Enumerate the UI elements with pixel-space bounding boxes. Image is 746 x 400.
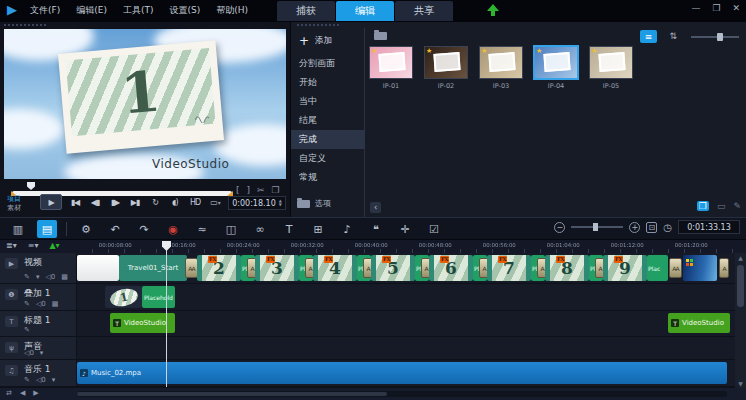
menu-item-4[interactable]: 帮助(H) bbox=[216, 4, 248, 17]
clip-title-1[interactable]: TVideoStudio bbox=[668, 313, 730, 333]
hd-preview-button[interactable]: HD bbox=[188, 194, 202, 210]
clip-number-9[interactable]: 9FX bbox=[603, 255, 647, 281]
panel-drag-handle[interactable] bbox=[4, 24, 46, 26]
swap-tracks-icon[interactable]: ⇄ bbox=[6, 389, 12, 397]
chevron-icon[interactable]: ▾ bbox=[52, 376, 56, 384]
track-volume-control[interactable]: ◁0 bbox=[45, 273, 55, 281]
library-item-IP-02[interactable]: ★IP-02 bbox=[424, 46, 468, 90]
painting-creator-button[interactable]: ◫ bbox=[221, 220, 241, 238]
library-item-IP-01[interactable]: ★IP-01 bbox=[369, 46, 413, 90]
timecode-spinner[interactable]: ▲▼ bbox=[279, 199, 282, 207]
chevron-icon[interactable]: ▾ bbox=[40, 349, 44, 357]
library-view-icon[interactable]: ❐ bbox=[697, 201, 709, 211]
track-volume-control[interactable]: ◁0 bbox=[36, 300, 46, 308]
record-capture-button[interactable]: ◉ bbox=[163, 220, 183, 238]
clip-travel01-start[interactable]: Travel01_Start bbox=[119, 255, 187, 281]
clip-number-4[interactable]: 4FX bbox=[313, 255, 357, 281]
category-item-0[interactable]: 分割画面 bbox=[291, 54, 365, 73]
clip-number-8[interactable]: 8FX bbox=[545, 255, 589, 281]
library-item-IP-03[interactable]: ★IP-03 bbox=[479, 46, 523, 90]
subtitle-editor-button[interactable]: T bbox=[279, 220, 299, 238]
tab-1[interactable]: 编辑 bbox=[336, 1, 394, 21]
auto-music-button[interactable]: ♪ bbox=[337, 220, 357, 238]
clip-number-6[interactable]: 6FX bbox=[429, 255, 473, 281]
sound-mixer-button[interactable]: ≈ bbox=[192, 220, 212, 238]
enlarge-button[interactable]: ❐ bbox=[272, 185, 280, 195]
zoom-out-icon[interactable]: − bbox=[554, 222, 565, 233]
track-lane-4[interactable]: ♪Music_02.mpa bbox=[77, 360, 735, 386]
category-item-4[interactable]: 完成 bbox=[291, 130, 365, 149]
play-button[interactable]: ▶ bbox=[40, 194, 62, 210]
tab-2[interactable]: 共享 bbox=[395, 1, 453, 21]
clip-placeholder-wide[interactable]: Plac bbox=[647, 255, 668, 281]
thumbnail-view-button[interactable]: ≡ bbox=[640, 30, 657, 43]
scrollbar-thumb[interactable] bbox=[77, 392, 387, 396]
scroll-down-icon[interactable]: ▼ bbox=[735, 380, 746, 387]
tab-0[interactable]: 捕获 bbox=[277, 1, 335, 21]
track-layout-icon[interactable]: ≡▾ bbox=[28, 241, 39, 250]
slider-knob[interactable] bbox=[717, 33, 723, 41]
clip-overlay-placeholder[interactable]: Placehold bbox=[142, 286, 175, 308]
edit-icon[interactable]: ✎ bbox=[24, 300, 30, 308]
storyboard-view-button[interactable]: ▥ bbox=[8, 220, 28, 238]
minimize-button[interactable]: — bbox=[691, 3, 700, 13]
restore-button[interactable]: ❐ bbox=[712, 3, 720, 13]
clip-ending[interactable] bbox=[683, 255, 717, 281]
track-lane-3[interactable] bbox=[77, 337, 735, 359]
repeat-button[interactable]: ↻ bbox=[148, 194, 162, 210]
gallery-view-icon[interactable]: ▭ bbox=[717, 201, 726, 211]
clip-music[interactable]: ♪Music_02.mpa bbox=[77, 362, 727, 384]
scrollbar-thumb[interactable] bbox=[737, 265, 744, 307]
duration-clock-icon[interactable]: ◷ bbox=[663, 222, 672, 233]
transition-icon[interactable]: AA bbox=[669, 258, 682, 278]
track-lane-0[interactable]: Travel01_StartAA2FXPlaA3FXPlaA4FXPlaA5FX… bbox=[77, 253, 735, 283]
tools-button[interactable]: ⚙ bbox=[76, 220, 96, 238]
ripple-edit-icon[interactable]: ▲▾ bbox=[49, 241, 59, 250]
dropdown-icon[interactable]: ▾ bbox=[36, 273, 40, 281]
edit-icon[interactable]: ✎ bbox=[24, 273, 30, 281]
motion-tracking-button[interactable]: ✛ bbox=[395, 220, 415, 238]
edit-icon[interactable]: ✎ bbox=[24, 326, 30, 334]
menu-item-3[interactable]: 设置(S) bbox=[169, 4, 200, 17]
zoom-in-icon[interactable]: + bbox=[629, 222, 640, 233]
category-item-2[interactable]: 当中 bbox=[291, 92, 365, 111]
next-frame-button[interactable]: ▮▶ bbox=[108, 194, 122, 210]
split-screen-template-button[interactable]: ⊞ bbox=[308, 220, 328, 238]
add-folder-icon[interactable] bbox=[374, 32, 387, 40]
mode-project-label[interactable]: 项目 bbox=[7, 195, 21, 204]
category-item-1[interactable]: 开始 bbox=[291, 73, 365, 92]
library-item-IP-04[interactable]: ★IP-04 bbox=[534, 46, 578, 90]
fit-project-icon[interactable]: ⊡ bbox=[646, 222, 657, 233]
track-lane-2[interactable]: TVideoStudioTVideoStudio bbox=[77, 311, 735, 336]
clip-number-5[interactable]: 5FX bbox=[371, 255, 415, 281]
track-lane-1[interactable]: 1Placehold bbox=[77, 284, 735, 310]
transition-icon[interactable]: A bbox=[719, 258, 729, 278]
dropdown-arrow-icon[interactable]: ▾ bbox=[218, 199, 220, 206]
menu-item-0[interactable]: 文件(F) bbox=[30, 4, 60, 17]
timeline-zoom-slider[interactable] bbox=[571, 226, 623, 228]
options-button[interactable]: 选项 bbox=[297, 198, 331, 209]
mosaic-icon[interactable]: ▩ bbox=[61, 273, 68, 281]
sort-icon[interactable]: ⇅ bbox=[669, 31, 677, 41]
add-template-button[interactable]: + 添加 bbox=[299, 34, 332, 48]
timeline-view-button[interactable]: ▤ bbox=[37, 220, 57, 238]
speech-to-text-button[interactable]: ❝ bbox=[366, 220, 386, 238]
redo-button[interactable]: ↷ bbox=[134, 220, 154, 238]
clip-overlay-slide[interactable]: 1 bbox=[105, 286, 142, 308]
edit-view-icon[interactable]: ✎ bbox=[733, 201, 741, 211]
edit-icon[interactable]: ✎ bbox=[24, 376, 30, 384]
scroll-left-icon[interactable]: ◀ bbox=[20, 389, 25, 397]
track-volume-control[interactable]: ◁0 bbox=[24, 349, 34, 357]
volume-button[interactable]: ◖) bbox=[168, 194, 182, 210]
category-item-3[interactable]: 结尾 bbox=[291, 111, 365, 130]
undo-button[interactable]: ↶ bbox=[105, 220, 125, 238]
category-item-5[interactable]: 自定义 bbox=[291, 149, 365, 168]
playhead-line[interactable] bbox=[166, 241, 167, 387]
split-clip-button[interactable]: ✂ bbox=[257, 185, 265, 195]
mode-clip-label[interactable]: 素材 bbox=[7, 204, 21, 213]
clip-intro-blank[interactable] bbox=[77, 255, 119, 281]
clip-number-7[interactable]: 7FX bbox=[487, 255, 531, 281]
close-button[interactable]: ✕ bbox=[732, 3, 740, 13]
horizontal-scrollbar[interactable] bbox=[77, 391, 727, 397]
timeline-ruler[interactable]: 00:00:08:0000:00:16:0000:00:24:0000:00:3… bbox=[77, 240, 735, 253]
